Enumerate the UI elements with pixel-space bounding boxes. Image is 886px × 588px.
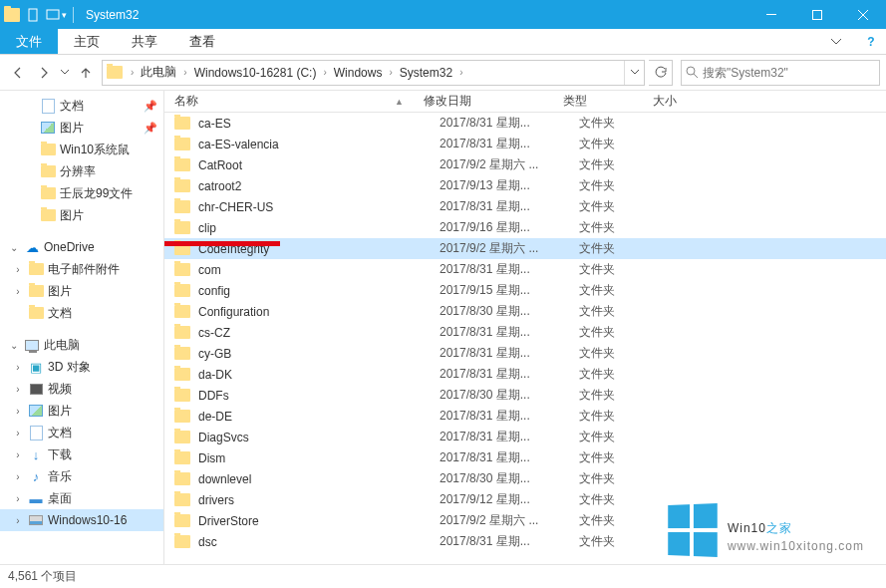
breadcrumb-sep: › (129, 67, 136, 78)
cell-name: chr-CHER-US (198, 200, 440, 214)
tree-pictures[interactable]: 图片📌 (0, 117, 163, 139)
windows-logo-icon (668, 503, 718, 557)
cell-date: 2017/8/31 星期... (440, 366, 579, 383)
table-row[interactable]: chr-CHER-US2017/8/31 星期...文件夹 (164, 196, 886, 217)
breadcrumb-pc[interactable]: 此电脑 (138, 64, 179, 81)
folder-icon (174, 493, 190, 506)
svg-rect-3 (813, 10, 822, 19)
qat-properties-icon[interactable] (28, 8, 38, 22)
tree-email-attach[interactable]: ›电子邮件附件 (0, 258, 163, 280)
forward-button[interactable] (32, 61, 56, 85)
address-dropdown[interactable] (624, 61, 644, 85)
table-row[interactable]: clip2017/9/16 星期...文件夹 (164, 217, 886, 238)
refresh-button[interactable] (649, 60, 673, 86)
table-row[interactable]: cy-GB2017/8/31 星期...文件夹 (164, 343, 886, 364)
breadcrumb-windows[interactable]: Windows (331, 66, 386, 80)
table-row[interactable]: config2017/9/15 星期...文件夹 (164, 280, 886, 301)
cell-name: com (198, 263, 440, 277)
cell-name: DiagSvcs (198, 431, 440, 444)
cell-type: 文件夹 (579, 303, 669, 320)
tree-ren99[interactable]: 壬辰龙99文件 (0, 182, 163, 204)
onedrive-icon: ☁ (24, 239, 40, 255)
tree-win10mouse[interactable]: Win10系统鼠 (0, 139, 163, 160)
column-size[interactable]: 大小 (653, 93, 713, 110)
folder-icon (174, 535, 190, 548)
column-headers: 名称▲ 修改日期 类型 大小 (164, 91, 886, 113)
search-input[interactable] (703, 66, 875, 80)
cell-type: 文件夹 (579, 198, 669, 215)
address-folder-icon (107, 66, 123, 79)
tab-file[interactable]: 文件 (0, 29, 58, 54)
breadcrumb-system32[interactable]: System32 (397, 66, 455, 80)
minimize-button[interactable] (748, 0, 794, 29)
folder-icon (174, 221, 190, 234)
cell-name: config (198, 284, 440, 298)
folder-icon (174, 179, 190, 192)
table-row[interactable]: downlevel2017/8/30 星期...文件夹 (164, 468, 886, 489)
cell-type: 文件夹 (579, 470, 669, 487)
table-row[interactable]: DDFs2017/8/30 星期...文件夹 (164, 385, 886, 406)
ribbon-expand-button[interactable] (816, 29, 856, 54)
tree-documents[interactable]: 文档📌 (0, 95, 163, 117)
table-row[interactable]: catroot22017/9/13 星期...文件夹 (164, 175, 886, 196)
search-box[interactable] (681, 60, 880, 86)
tree-onedrive[interactable]: ⌄☁OneDrive (0, 236, 163, 258)
cell-date: 2017/8/31 星期... (440, 324, 579, 341)
tree-desktop[interactable]: ›▬桌面 (0, 487, 163, 509)
tree-pictures-4[interactable]: ›图片 (0, 400, 163, 422)
breadcrumb-drive[interactable]: Windows10-16281 (C:) (191, 66, 320, 80)
help-button[interactable]: ? (856, 29, 886, 54)
cell-date: 2017/8/31 星期... (440, 449, 579, 466)
table-row[interactable]: cs-CZ2017/8/31 星期...文件夹 (164, 322, 886, 343)
cell-date: 2017/8/31 星期... (440, 115, 579, 132)
tree-cdrive[interactable]: ›Windows10-16 (0, 509, 163, 531)
table-row[interactable]: Configuration2017/8/30 星期...文件夹 (164, 301, 886, 322)
column-date[interactable]: 修改日期 (424, 93, 563, 110)
cell-date: 2017/8/31 星期... (440, 136, 579, 152)
address-bar[interactable]: › 此电脑 › Windows10-16281 (C:) › Windows ›… (102, 60, 645, 86)
titlebar: ▾ System32 (0, 0, 886, 29)
tree-downloads[interactable]: ›↓下载 (0, 443, 163, 465)
cell-name: cy-GB (198, 347, 440, 361)
tree-documents-3[interactable]: ›文档 (0, 422, 163, 443)
tree-pictures-2[interactable]: 图片 (0, 204, 163, 226)
table-row[interactable]: da-DK2017/8/31 星期...文件夹 (164, 364, 886, 385)
navigation-tree[interactable]: 文档📌 图片📌 Win10系统鼠 分辨率 壬辰龙99文件 图片 ⌄☁OneDri… (0, 91, 164, 564)
folder-icon (174, 200, 190, 213)
table-row[interactable]: ca-ES2017/8/31 星期...文件夹 (164, 113, 886, 134)
folder-icon (174, 158, 190, 171)
table-row[interactable]: com2017/8/31 星期...文件夹 (164, 259, 886, 280)
table-row[interactable]: CatRoot2017/9/2 星期六 ...文件夹 (164, 154, 886, 175)
list-rows[interactable]: ca-ES2017/8/31 星期...文件夹ca-ES-valencia201… (164, 113, 886, 564)
cell-date: 2017/8/30 星期... (440, 303, 579, 320)
close-button[interactable] (840, 0, 886, 29)
tab-home[interactable]: 主页 (58, 29, 116, 54)
download-icon: ↓ (28, 446, 44, 462)
tree-video[interactable]: ›视频 (0, 378, 163, 400)
cell-date: 2017/9/15 星期... (440, 282, 579, 299)
cell-date: 2017/8/31 星期... (440, 261, 579, 278)
table-row[interactable]: Dism2017/8/31 星期...文件夹 (164, 447, 886, 468)
up-button[interactable] (74, 61, 98, 85)
table-row[interactable]: ca-ES-valencia2017/8/31 星期...文件夹 (164, 134, 886, 154)
table-row[interactable]: DiagSvcs2017/8/31 星期...文件夹 (164, 427, 886, 447)
tree-resolution[interactable]: 分辨率 (0, 160, 163, 182)
desktop-icon: ▬ (28, 490, 44, 506)
tab-share[interactable]: 共享 (116, 29, 173, 54)
qat-new-icon[interactable] (46, 8, 60, 20)
tree-music[interactable]: ›♪音乐 (0, 465, 163, 487)
tab-view[interactable]: 查看 (173, 29, 231, 54)
chevron-right-icon[interactable]: › (12, 263, 24, 275)
maximize-button[interactable] (794, 0, 840, 29)
column-name[interactable]: 名称▲ (174, 93, 424, 110)
tree-pictures-3[interactable]: ›图片 (0, 280, 163, 302)
tree-thispc[interactable]: ⌄此电脑 (0, 334, 163, 356)
folder-icon (174, 263, 190, 276)
back-button[interactable] (6, 61, 30, 85)
recent-dropdown[interactable] (58, 61, 72, 85)
tree-documents-2[interactable]: 文档 (0, 302, 163, 324)
column-type[interactable]: 类型 (563, 93, 653, 110)
chevron-down-icon[interactable]: ⌄ (8, 241, 20, 253)
table-row[interactable]: de-DE2017/8/31 星期...文件夹 (164, 406, 886, 427)
tree-3d[interactable]: ›▣3D 对象 (0, 356, 163, 378)
